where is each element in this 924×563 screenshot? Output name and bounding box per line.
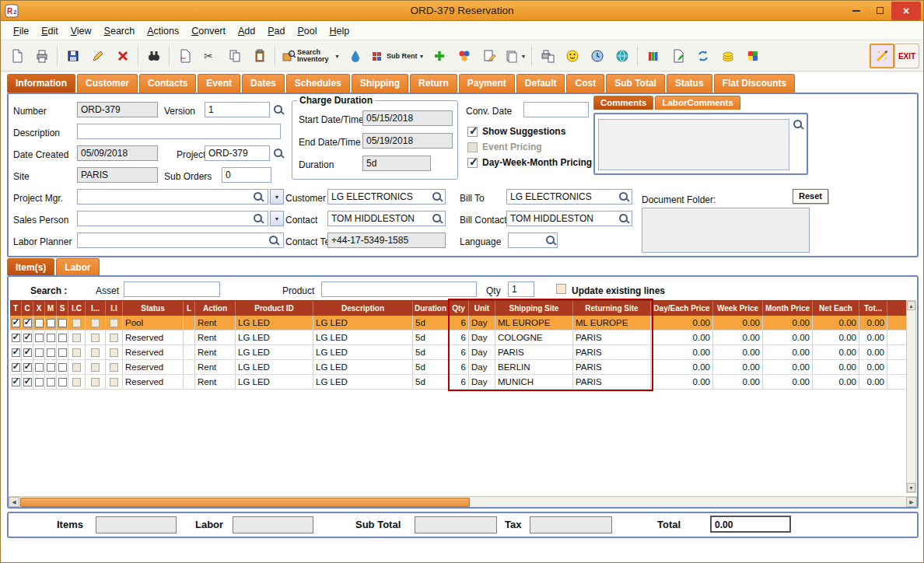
row-checkbox[interactable] bbox=[47, 363, 55, 372]
column-header-product-id[interactable]: Product ID bbox=[236, 301, 313, 316]
row-checkbox[interactable] bbox=[47, 334, 55, 342]
project-search-icon[interactable] bbox=[273, 148, 285, 159]
row-checkbox[interactable] bbox=[12, 334, 20, 342]
row-checkbox[interactable] bbox=[23, 378, 32, 386]
column-header-x[interactable]: X bbox=[33, 301, 45, 316]
row-checkbox[interactable] bbox=[72, 319, 81, 327]
duration-field[interactable]: 5d bbox=[362, 156, 431, 171]
column-header-unit[interactable]: Unit bbox=[469, 301, 495, 316]
update-existing-lines-checkbox[interactable] bbox=[556, 284, 566, 294]
row-checkbox[interactable] bbox=[91, 378, 100, 386]
scroll-right-icon[interactable]: ▶ bbox=[906, 497, 917, 507]
chevron-down-icon[interactable]: ▼ bbox=[418, 54, 424, 59]
tab-default[interactable]: Default bbox=[516, 74, 565, 93]
bill-contact-search-icon[interactable] bbox=[618, 213, 630, 225]
globe-icon[interactable] bbox=[610, 44, 635, 68]
row-checkbox[interactable] bbox=[35, 378, 44, 386]
row-checkbox[interactable] bbox=[110, 348, 118, 357]
bill-contact-field[interactable]: TOM HIDDLESTON bbox=[506, 211, 632, 226]
menu-pool[interactable]: Pool bbox=[292, 23, 324, 39]
row-checkbox[interactable] bbox=[12, 348, 20, 357]
delete-icon[interactable] bbox=[110, 44, 135, 68]
money-coins-icon[interactable] bbox=[716, 44, 740, 68]
comments-search-icon[interactable] bbox=[793, 119, 804, 131]
date-created-field[interactable]: 05/09/2018 bbox=[77, 145, 158, 161]
column-header-returning-site[interactable]: Returning Site bbox=[573, 301, 651, 316]
day-week-month-checkbox[interactable] bbox=[467, 158, 478, 168]
table-row[interactable]: ReservedRentLG LEDLG LED5d6DayPARISPARIS… bbox=[10, 345, 906, 360]
menu-actions[interactable]: Actions bbox=[141, 23, 185, 39]
color-cubes-icon[interactable] bbox=[740, 44, 765, 68]
column-header-net-each[interactable]: Net Each bbox=[813, 301, 859, 316]
tab-flat-discounts[interactable]: Flat Discounts bbox=[714, 74, 796, 93]
labor-planner-field[interactable] bbox=[77, 233, 284, 248]
row-checkbox[interactable] bbox=[110, 378, 118, 386]
cut-scissors-icon[interactable]: ✂ bbox=[198, 44, 222, 68]
description-field[interactable] bbox=[77, 124, 281, 139]
row-checkbox[interactable] bbox=[23, 334, 32, 342]
row-checkbox[interactable] bbox=[58, 319, 67, 327]
menu-add[interactable]: Add bbox=[232, 23, 261, 39]
row-checkbox[interactable] bbox=[12, 363, 20, 372]
vertical-scrollbar[interactable]: ▲ ▼ bbox=[906, 300, 916, 493]
tab-status[interactable]: Status bbox=[667, 74, 712, 93]
sales-person-field[interactable] bbox=[77, 211, 268, 226]
sub-orders-field[interactable]: 0 bbox=[222, 167, 271, 183]
contact-field[interactable]: TOM HIDDLESTON bbox=[327, 211, 446, 226]
edit-pencil-icon[interactable] bbox=[86, 44, 110, 68]
qty-input[interactable]: 1 bbox=[508, 282, 534, 297]
language-search-icon[interactable] bbox=[545, 235, 557, 247]
row-checkbox[interactable] bbox=[47, 378, 55, 386]
end-date-field[interactable]: 05/19/2018 bbox=[362, 133, 453, 149]
row-checkbox[interactable] bbox=[35, 363, 44, 372]
row-checkbox[interactable] bbox=[58, 334, 67, 342]
column-header-m[interactable]: M bbox=[45, 301, 57, 316]
document-edit-icon[interactable] bbox=[666, 44, 691, 68]
table-row[interactable]: ReservedRentLG LEDLG LED5d6DayCOLOGNEPAR… bbox=[10, 330, 906, 345]
tab-cost[interactable]: Cost bbox=[566, 74, 604, 93]
column-header-description[interactable]: Description bbox=[313, 301, 413, 316]
sync-arrows-icon[interactable] bbox=[691, 44, 716, 68]
chevron-down-icon[interactable]: ▼ bbox=[520, 54, 526, 59]
column-header-tot[interactable]: Tot... bbox=[859, 301, 887, 316]
sales-person-search-icon[interactable] bbox=[253, 213, 264, 225]
row-checkbox[interactable] bbox=[58, 378, 67, 386]
row-checkbox[interactable] bbox=[110, 334, 118, 342]
menu-convert[interactable]: Convert bbox=[185, 23, 232, 39]
row-checkbox[interactable] bbox=[35, 334, 44, 342]
column-header-i-c[interactable]: I.C bbox=[68, 301, 86, 316]
row-checkbox[interactable] bbox=[23, 363, 32, 372]
asset-input[interactable] bbox=[124, 282, 220, 297]
row-checkbox[interactable] bbox=[72, 348, 81, 357]
group-spheres-icon[interactable] bbox=[452, 44, 477, 68]
row-checkbox[interactable] bbox=[47, 348, 55, 357]
row-checkbox[interactable] bbox=[72, 334, 81, 342]
tab-information[interactable]: Information bbox=[7, 74, 75, 93]
project-mgr-search-icon[interactable] bbox=[253, 191, 264, 203]
tab-customer[interactable]: Customer bbox=[77, 74, 138, 93]
tab-return[interactable]: Return bbox=[410, 74, 457, 93]
tab-items[interactable]: Item(s) bbox=[7, 258, 54, 275]
chevron-down-icon[interactable]: ▼ bbox=[334, 54, 340, 59]
show-suggestions-checkbox[interactable] bbox=[467, 127, 478, 137]
conv-date-field[interactable] bbox=[523, 102, 589, 117]
product-input[interactable] bbox=[321, 282, 477, 297]
tab-comments[interactable]: Comments bbox=[593, 96, 653, 110]
version-search-icon[interactable] bbox=[273, 104, 285, 116]
note-edit-icon[interactable] bbox=[477, 44, 502, 68]
search-inventory-button[interactable]: Search Inventory▼ bbox=[278, 44, 343, 68]
project-mgr-dropdown[interactable]: ▼ bbox=[270, 189, 284, 205]
menu-help[interactable]: Help bbox=[324, 23, 356, 39]
books-icon[interactable] bbox=[641, 44, 666, 68]
new-document-icon[interactable] bbox=[5, 44, 30, 68]
tab-schedules[interactable]: Schedules bbox=[286, 74, 350, 93]
tab-event[interactable]: Event bbox=[198, 74, 240, 93]
wand-button[interactable] bbox=[870, 44, 894, 68]
scroll-up-icon[interactable]: ▲ bbox=[907, 301, 915, 310]
row-checkbox[interactable] bbox=[72, 378, 81, 386]
customer-search-icon[interactable] bbox=[432, 191, 443, 203]
column-header-day-each-price[interactable]: Day/Each Price bbox=[651, 301, 713, 316]
print-preview-icon[interactable] bbox=[535, 44, 560, 68]
tab-sub-total[interactable]: Sub Total bbox=[606, 74, 665, 93]
table-row[interactable]: ReservedRentLG LEDLG LED5d6DayMUNICHPARI… bbox=[10, 375, 906, 390]
